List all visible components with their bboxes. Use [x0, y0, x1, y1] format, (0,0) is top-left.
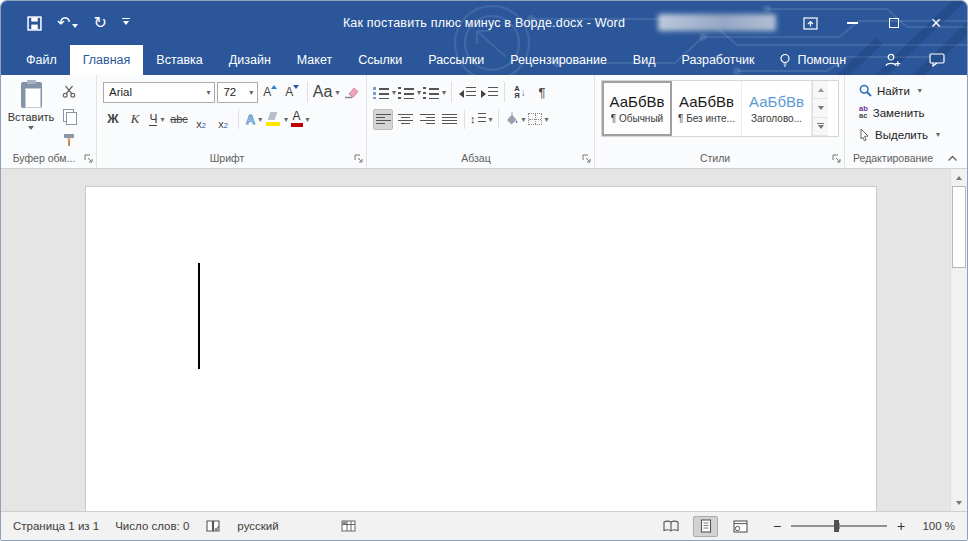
close-icon: × [931, 14, 942, 32]
highlight-color-button[interactable] [266, 109, 288, 130]
zoom-slider-track[interactable] [791, 525, 887, 527]
language-indicator[interactable]: русский [237, 520, 278, 532]
ribbon-display-options-button[interactable] [789, 1, 831, 45]
bullets-button[interactable] [373, 82, 396, 103]
align-right-button[interactable] [417, 109, 437, 130]
tab-references[interactable]: Ссылки [345, 45, 415, 75]
zoom-in-button[interactable]: + [895, 518, 907, 534]
paragraph-dialog-launcher-icon[interactable] [582, 154, 592, 164]
vertical-scrollbar[interactable] [950, 169, 967, 511]
numbering-button[interactable] [398, 82, 421, 103]
align-right-icon [420, 113, 435, 126]
tell-me-assistant[interactable]: Помощн [767, 45, 858, 75]
replace-button[interactable]: ab ac Заменить [855, 102, 962, 123]
tab-developer[interactable]: Разработчик [668, 45, 767, 75]
borders-grid-icon [528, 113, 542, 125]
font-size-select[interactable]: 72 [217, 82, 258, 103]
paragraph-group-label: Абзац [367, 151, 594, 168]
tab-layout[interactable]: Макет [284, 45, 345, 75]
styles-group: АаБбВв ¶ Обычный АаБбВв ¶ Без инте... Аа… [595, 75, 845, 168]
clear-formatting-button[interactable] [341, 82, 361, 103]
window-header: ↶ ↻ Как поставить плюс минус в Ворде.doc… [1, 1, 967, 75]
align-center-button[interactable] [395, 109, 415, 130]
share-sign-in-icon[interactable] [884, 53, 901, 68]
scroll-up-button[interactable] [951, 169, 967, 186]
align-left-button[interactable] [373, 109, 393, 130]
styles-dialog-launcher-icon[interactable] [832, 154, 842, 164]
print-layout-button[interactable] [693, 516, 718, 537]
minimize-button[interactable] [831, 1, 873, 45]
lightbulb-icon [779, 53, 791, 68]
line-spacing-button[interactable]: ↕ [470, 109, 493, 130]
tab-design[interactable]: Дизайн [216, 45, 284, 75]
word-count[interactable]: Число слов: 0 [115, 520, 189, 532]
zoom-level[interactable]: 100 % [915, 520, 955, 532]
divider [238, 109, 239, 129]
eraser-icon [344, 86, 359, 99]
macro-recording-button[interactable] [341, 520, 356, 532]
shading-button[interactable] [504, 109, 526, 130]
italic-button[interactable]: К [125, 109, 145, 130]
scissors-icon [62, 85, 76, 98]
justify-button[interactable] [439, 109, 459, 130]
copy-button[interactable] [59, 105, 79, 126]
grow-font-button[interactable]: А [260, 82, 280, 103]
show-paragraph-marks-button[interactable]: ¶ [532, 82, 552, 103]
decrease-indent-button[interactable] [457, 82, 477, 103]
tab-mailings[interactable]: Рассылки [415, 45, 497, 75]
align-left-icon [376, 113, 391, 126]
proofing-status-button[interactable] [205, 519, 221, 533]
borders-button[interactable] [528, 109, 549, 130]
bold-button[interactable]: Ж [103, 109, 123, 130]
feedback-comment-icon[interactable] [929, 53, 945, 67]
tab-review[interactable]: Рецензирование [497, 45, 620, 75]
divider [498, 109, 499, 129]
strikethrough-button[interactable]: abc [169, 109, 189, 130]
tab-home[interactable]: Главная [70, 45, 144, 75]
web-layout-button[interactable] [728, 516, 753, 537]
read-mode-button[interactable] [658, 516, 683, 537]
shrink-font-button[interactable]: А [282, 82, 302, 103]
text-effects-button[interactable]: А [244, 109, 264, 130]
font-color-button[interactable]: А [290, 109, 310, 130]
paste-dropdown-arrow-icon[interactable] [28, 126, 34, 130]
style-item-heading[interactable]: АаБбВв Заголово... [742, 81, 812, 136]
select-button[interactable]: Выделить [855, 124, 962, 145]
styles-gallery: АаБбВв ¶ Обычный АаБбВв ¶ Без инте... Аа… [601, 80, 839, 137]
text-effects-icon: А [246, 112, 255, 127]
change-case-button[interactable]: Aa [313, 82, 339, 103]
underline-button[interactable]: Ч [147, 109, 167, 130]
increase-indent-button[interactable] [479, 82, 499, 103]
collapse-ribbon-icon[interactable] [947, 155, 958, 162]
page-indicator[interactable]: Страница 1 из 1 [13, 520, 99, 532]
clipboard-group: Вставить [1, 75, 97, 168]
styles-scroll-down-button[interactable] [813, 99, 828, 117]
style-item-normal[interactable]: АаБбВв ¶ Обычный [602, 81, 672, 136]
font-dialog-launcher-icon[interactable] [354, 154, 364, 164]
cut-button[interactable] [59, 81, 79, 102]
tab-file[interactable]: Файл [13, 45, 70, 75]
maximize-button[interactable] [873, 1, 915, 45]
find-button[interactable]: Найти [855, 80, 962, 101]
sort-button[interactable]: АЯ ↓ [510, 82, 530, 103]
format-painter-button[interactable] [59, 129, 79, 150]
paste-button[interactable]: Вставить [7, 79, 55, 151]
scrollbar-thumb[interactable] [952, 186, 966, 268]
close-button[interactable]: × [915, 1, 957, 45]
clipboard-dialog-launcher-icon[interactable] [84, 154, 94, 164]
tab-view[interactable]: Вид [620, 45, 669, 75]
tab-insert[interactable]: Вставка [143, 45, 215, 75]
superscript-button[interactable]: x2 [213, 109, 233, 130]
style-item-no-spacing[interactable]: АаБбВв ¶ Без инте... [672, 81, 742, 136]
scrollbar-track[interactable] [951, 268, 967, 494]
styles-group-label: Стили [595, 151, 844, 168]
zoom-out-button[interactable]: − [771, 518, 783, 534]
scroll-down-button[interactable] [951, 494, 967, 511]
document-page[interactable] [85, 186, 877, 511]
styles-gallery-more-button[interactable] [813, 118, 828, 136]
multilevel-list-button[interactable] [423, 82, 446, 103]
font-family-select[interactable]: Arial [103, 82, 215, 103]
styles-scroll-up-button[interactable] [813, 81, 828, 99]
subscript-button[interactable]: x2 [191, 109, 211, 130]
zoom-slider-thumb[interactable] [834, 520, 839, 532]
